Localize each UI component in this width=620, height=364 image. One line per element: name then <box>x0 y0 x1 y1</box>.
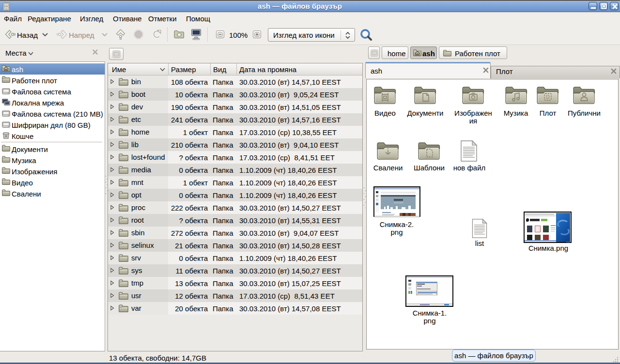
svg-text:D: D <box>546 94 549 100</box>
